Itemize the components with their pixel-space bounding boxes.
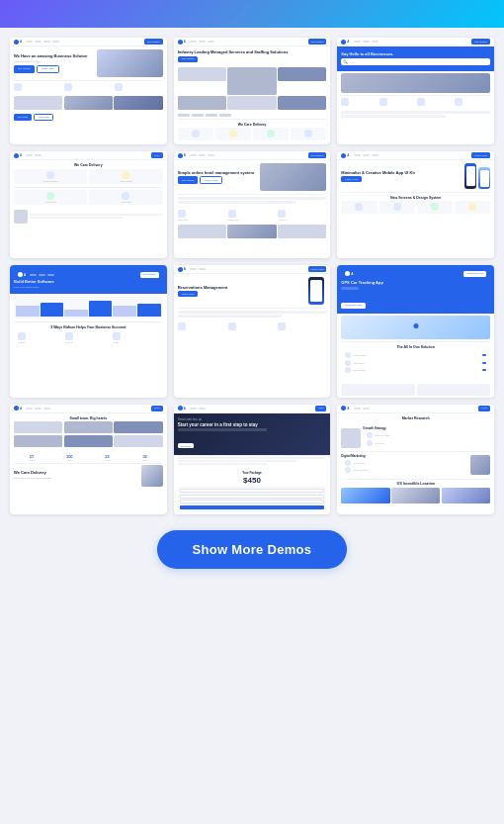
card-2-img-grid [174,65,331,113]
card-1-sub: Lorem ipsum dolor sit amet [14,60,94,63]
card-10-headline: Small team. Big hearts [14,416,163,420]
card-4-cta[interactable]: More [151,152,163,158]
card-9-map [341,316,490,339]
card-1-features [10,81,167,94]
card-5-hero-img [260,163,326,191]
card-8-header: A Learn More [174,265,331,274]
card-6-hero: Minimalist & Creative Mobile App UI Kit … [337,160,494,192]
search-icon: 🔍 [343,59,348,64]
card-12-locations [341,488,490,504]
demo-card-12[interactable]: A More Market Research Growth Strategy B… [337,405,494,514]
card-1-nav [26,41,59,43]
card-9-download-btn[interactable]: Download Now [341,303,366,309]
card-9-blue-bg: A Download Now GPS Car Tracking App Down… [337,265,494,314]
card-9-cta[interactable]: Download Now [463,271,486,277]
demo-card-2[interactable]: A Get Started Industry Leading Managed S… [174,38,331,144]
card-5-btn1[interactable]: Get Started [178,176,199,184]
card-1-header: A Get Started [10,38,167,46]
card-7-sub: 3 Ways Bidrum Helps Your Business Succee… [14,325,163,329]
demo-card-4[interactable]: A More We Care Delivery Market Research … [10,151,167,258]
card-1-hero-img [97,49,163,77]
card-10-cta[interactable]: More [151,406,163,412]
card-3-header: A Get Started [337,38,494,46]
card-2-header: A Get Started [174,38,331,46]
demo-card-10[interactable]: A More Small team. Big hearts 27 [10,405,167,514]
show-more-button[interactable]: Show More Demos [157,530,348,569]
card-3-headline: Say Hello to all Businesses. [341,51,490,56]
card-8-hero: Reservations Management Learn More [174,274,331,308]
card-1-footer-cta2[interactable]: Learn More [34,114,53,121]
card-12-growth: Growth Strategy Build your brand Win cli… [337,424,494,451]
card-3-search-placeholder: Search... [349,61,357,63]
card-12-cta[interactable]: More [478,406,490,412]
card-10-header: A More [10,405,167,413]
card-4-header: A More [10,151,167,160]
card-11-hero-btn[interactable]: Get Started [178,443,194,448]
card-12-headline: Market Research [341,416,490,420]
card-1-footer-cta[interactable]: Get Started [14,114,32,121]
demo-card-3[interactable]: A Get Started Say Hello to all Businesse… [337,38,494,144]
demo-card-7[interactable]: A Get Started Build Better Software Grow… [10,265,167,398]
card-10-stats: 27 Projects 100 Clients 22 Awards 32 Tea… [10,452,167,463]
card-5-btn2[interactable]: Learn More [200,176,222,184]
card-5-headline: Simple online hotel management system [178,170,258,175]
card-6-cta[interactable]: Learn More [471,152,490,158]
card-6-headline: Minimalist & Creative Mobile App UI Kit [341,170,462,175]
card-11-cta[interactable]: More [315,406,327,412]
demo-card-1[interactable]: A Get Started We Have an amazing Busines… [10,38,167,144]
demos-grid: A Get Started We Have an amazing Busines… [0,28,504,520]
card-2-cta[interactable]: Get Started [308,39,327,45]
card-3-cta[interactable]: Get Started [471,39,490,45]
card-1-logo: A [14,40,22,45]
card-1-bottom-btns: Get Started Learn More [10,112,167,123]
card-7-cta[interactable]: Get Started [140,272,159,278]
card-2-btn[interactable]: Get Started [178,56,199,62]
card-6-btn[interactable]: Learn More [341,176,362,182]
demo-card-11[interactable]: A More Smart start line up Start your ca… [174,405,331,514]
card-4-headline: We Care Delivery [14,163,163,167]
logo-dot [14,40,19,45]
card-3-search[interactable]: 🔍 Search... [341,58,490,65]
card-2-hero: Industry Leading Managed Services and St… [174,46,331,65]
card-1-hero-text: We Have an amazing Business Soluton Lore… [14,49,94,77]
card-1-row-imgs [10,94,167,112]
card-3-blue-hero: Say Hello to all Businesses. 🔍 Search... [337,46,494,71]
card-2-partners [174,112,331,119]
card-5-hero: Simple online hotel management system Ge… [174,160,331,194]
demo-card-9[interactable]: A Download Now GPS Car Tracking App Down… [337,265,494,398]
card-2-headline: Industry Leading Managed Services and St… [178,49,327,54]
card-8-btn[interactable]: Learn More [178,291,199,297]
card-11-dark-hero: Smart start line up Start your career in… [174,413,331,455]
card-7-headline: Build Better Software [14,279,163,284]
card-11-header: A More [174,405,331,413]
card-1-headline: We Have an amazing Business Soluton [14,53,94,58]
show-more-section: Show More Demos [0,520,504,589]
top-gradient-bar [0,0,504,28]
card-7-blue-hero: A Get Started Build Better Software Grow… [10,265,167,294]
card-11-pricing: Your Package $450 [174,468,331,514]
price-form-field-2[interactable] [180,495,325,499]
card-3-img [341,73,490,93]
card-8-cta[interactable]: Learn More [308,266,327,272]
demo-card-6[interactable]: A Learn More Minimalist & Creative Mobil… [337,151,494,258]
price-form-field-3[interactable] [180,500,325,504]
card-8-headline: Reservations Management [178,285,304,290]
card-1-cta[interactable]: Get Started [144,39,163,45]
map-pin-icon [413,323,418,328]
card-1-hero: We Have an amazing Business Soluton Lore… [10,46,167,80]
card-3-features [337,96,494,109]
demo-card-5[interactable]: A Get Started Simple online hotel manage… [174,151,331,258]
card-12-header: A More [337,405,494,413]
price-form-field-1[interactable] [180,489,325,493]
card-6-header: A Learn More [337,151,494,160]
logo-label: A [20,40,22,44]
card-5-cta[interactable]: Get Started [308,152,327,158]
card-1-btn-get-started[interactable]: Get Started [14,65,35,73]
card-1-btns: Get Started Learn More [14,65,94,73]
card-12-digital: Digital Marketing Social media Email cam… [337,452,494,479]
card-1-btn-learn-more[interactable]: Learn More [37,65,59,73]
demo-card-8[interactable]: A Learn More Reservations Management Lea… [174,265,331,398]
card-9-headline: GPS Car Tracking App [341,280,490,285]
card-5-header: A Get Started [174,151,331,160]
card-11-price: $450 [178,476,327,485]
